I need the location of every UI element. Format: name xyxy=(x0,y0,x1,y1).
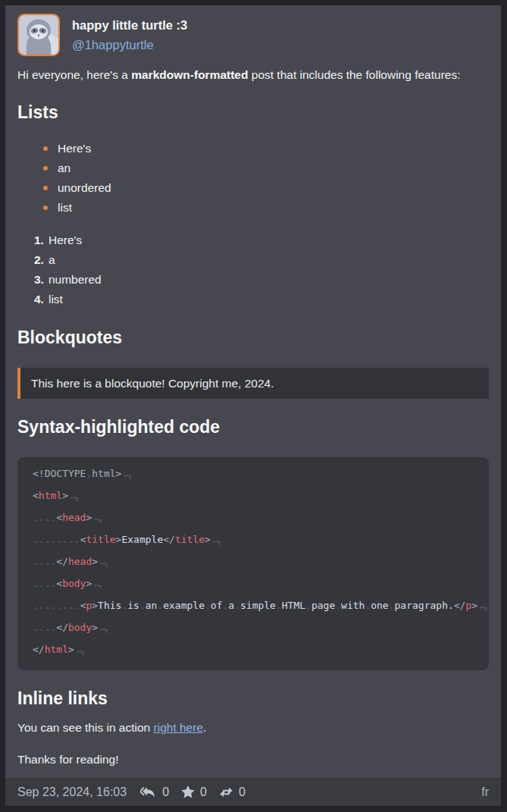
boost-button[interactable]: 0 xyxy=(219,785,246,799)
code-block: <!DOCTYPE.html>↵¶ <html>↵¶ ....<head>↵¶ … xyxy=(17,457,489,670)
code-line: ....<head>↵¶ xyxy=(33,512,102,523)
code-line: ....<body>↵¶ xyxy=(33,578,102,589)
list-item-text: list xyxy=(49,293,63,306)
unordered-list: Here'sanunorderedlist xyxy=(17,139,489,218)
list-item-text: unordered xyxy=(58,178,111,198)
links-paragraph: You can see this in action right here. xyxy=(17,718,489,737)
list-item-text: Here's xyxy=(49,234,82,246)
bullet-icon xyxy=(43,186,48,190)
intro-text-pre: Hi everyone, here's a xyxy=(17,68,131,81)
end-of-line-icon: ↵¶ xyxy=(100,558,108,566)
reply-all-icon xyxy=(140,786,157,798)
ordered-list: 1.Here's2.a3.numbered4.list xyxy=(17,230,489,309)
star-icon xyxy=(181,785,195,798)
status-footer: Sep 23, 2024, 16:03 0 0 0 xyxy=(5,778,501,806)
timestamp: Sep 23, 2024, 16:03 xyxy=(17,785,127,799)
list-item-number: 4. xyxy=(34,293,44,306)
outro-paragraph: Thanks for reading! xyxy=(17,750,489,769)
list-item: 4.list xyxy=(34,290,489,309)
list-item-text: numbered xyxy=(49,273,102,286)
list-item-text: Here's xyxy=(58,139,91,158)
account-handle[interactable]: @1happyturtle xyxy=(72,38,187,52)
favourite-button[interactable]: 0 xyxy=(181,785,207,799)
list-item-text: list xyxy=(58,198,72,218)
list-item: 3.numbered xyxy=(34,270,489,290)
blockquotes-heading: Blockquotes xyxy=(17,327,489,348)
boost-icon xyxy=(219,786,233,798)
code-line: ........<title>Example</title>↵¶ xyxy=(33,534,221,545)
code-line: </html>↵¶ xyxy=(33,644,84,655)
list-item-text: a xyxy=(49,253,55,266)
post-card: happy little turtle :3 @1happyturtle Hi … xyxy=(0,0,507,812)
right-here-link[interactable]: right here xyxy=(154,721,203,734)
display-name: happy little turtle :3 xyxy=(72,18,187,33)
reply-count: 0 xyxy=(162,785,169,799)
links-text-suffix: . xyxy=(203,721,206,734)
list-item: 2.a xyxy=(34,250,489,270)
intro-text-bold: markdown-formatted xyxy=(131,68,248,81)
list-item: list xyxy=(43,198,489,218)
end-of-line-icon: ↵¶ xyxy=(77,646,84,654)
intro-paragraph: Hi everyone, here's a markdown-formatted… xyxy=(17,65,489,84)
language-tag: fr xyxy=(481,785,489,799)
list-item-number: 3. xyxy=(34,273,44,286)
author-header: happy little turtle :3 @1happyturtle xyxy=(17,14,489,56)
code-line: <html>↵¶ xyxy=(33,490,78,501)
links-text-pre: You can see this in action xyxy=(17,721,154,734)
end-of-line-icon: ↵¶ xyxy=(94,580,102,588)
lists-heading: Lists xyxy=(17,102,489,123)
list-item: an xyxy=(43,158,489,178)
favourite-count: 0 xyxy=(200,785,207,799)
blockquote: This here is a blockquote! Copyright me,… xyxy=(17,368,489,399)
list-item: unordered xyxy=(43,178,489,198)
bullet-icon xyxy=(43,166,48,171)
code-line: ........<p>This.is.an.example.of.a.simpl… xyxy=(33,600,487,611)
sloth-avatar-icon xyxy=(19,15,58,55)
inline-links-heading: Inline links xyxy=(17,688,489,709)
list-item-number: 2. xyxy=(34,253,44,266)
reply-button[interactable]: 0 xyxy=(140,785,169,799)
avatar[interactable] xyxy=(17,14,60,56)
code-line: <!DOCTYPE.html>↵¶ xyxy=(33,468,132,479)
end-of-line-icon: ↵¶ xyxy=(213,536,221,544)
end-of-line-icon: ↵¶ xyxy=(94,514,102,522)
code-line: ....</body>↵¶ xyxy=(33,622,108,633)
end-of-line-icon: ↵¶ xyxy=(100,624,108,632)
intro-text-post: post that includes the following feature… xyxy=(248,68,460,81)
post-content: happy little turtle :3 @1happyturtle Hi … xyxy=(5,5,501,778)
code-heading: Syntax-highlighted code xyxy=(17,416,489,437)
code-line: ....</head>↵¶ xyxy=(33,556,108,567)
list-item-number: 1. xyxy=(34,234,44,246)
list-item: 1.Here's xyxy=(34,230,489,250)
author-names: happy little turtle :3 @1happyturtle xyxy=(72,18,187,52)
bullet-icon xyxy=(43,205,48,210)
end-of-line-icon: ↵¶ xyxy=(70,492,78,500)
end-of-line-icon: ↵¶ xyxy=(480,602,487,610)
list-item: Here's xyxy=(43,139,489,158)
end-of-line-icon: ↵¶ xyxy=(124,470,131,478)
bullet-icon xyxy=(43,146,48,151)
boost-count: 0 xyxy=(239,785,246,799)
post-card-inner: happy little turtle :3 @1happyturtle Hi … xyxy=(5,5,501,806)
list-item-text: an xyxy=(58,158,70,178)
